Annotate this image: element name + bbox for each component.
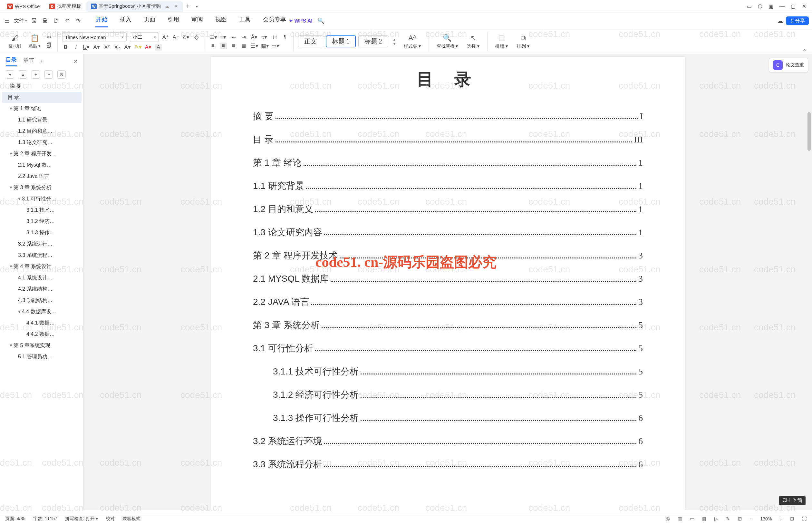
borders-icon[interactable]: ▦▾: [261, 43, 268, 49]
format-brush-button[interactable]: 🖌格式刷: [6, 34, 23, 49]
outline-add-button[interactable]: +: [32, 70, 40, 79]
italic-icon[interactable]: I: [72, 44, 80, 51]
tab-wps-home[interactable]: W WPS Office: [3, 1, 44, 12]
menu-视图[interactable]: 视图: [215, 14, 228, 28]
print-preview-icon[interactable]: 🗋: [52, 17, 60, 24]
justify-icon[interactable]: ≣: [241, 43, 247, 49]
outline-settings-button[interactable]: ⊙: [57, 70, 66, 79]
view-read-icon[interactable]: ▭: [690, 516, 694, 522]
paper-check-button[interactable]: C 论文查重: [769, 58, 808, 72]
file-menu[interactable]: 文件▾: [14, 18, 27, 24]
shading-icon[interactable]: ▭▾: [271, 43, 278, 49]
collapse-ribbon-icon[interactable]: ⌃: [802, 48, 808, 55]
zoom-in-icon[interactable]: +: [779, 516, 782, 521]
toc-item[interactable]: 目 录: [2, 92, 82, 103]
arrange-button[interactable]: ⧉排列 ▾: [514, 34, 533, 49]
style-gallery-more-icon[interactable]: ▴▾: [391, 37, 398, 46]
sort-icon[interactable]: ↓↑: [271, 34, 278, 40]
zoom-out-icon[interactable]: −: [750, 516, 753, 521]
toc-item[interactable]: 3.1.3 操作…: [0, 227, 83, 239]
window-layout-icon[interactable]: ▭: [744, 3, 755, 9]
toc-item[interactable]: 3.3 系统流程…: [0, 250, 83, 261]
zoom-level[interactable]: 130%: [760, 516, 772, 521]
text-direction-icon[interactable]: Ă▾: [251, 34, 258, 40]
toc-item[interactable]: 3.1.2 经济…: [0, 216, 83, 227]
toc-item[interactable]: ▾第 4 章 系统设计: [0, 261, 83, 272]
wps-ai-button[interactable]: ✦ WPS AI: [289, 18, 313, 24]
view-web-icon[interactable]: ▦: [702, 516, 707, 522]
font-size-select[interactable]: 小二 ▾: [130, 32, 159, 42]
window-minimize-icon[interactable]: —: [777, 3, 788, 9]
toc-item[interactable]: 2.2 Java 语言: [0, 171, 83, 182]
menu-审阅[interactable]: 审阅: [191, 14, 204, 28]
menu-开始[interactable]: 开始: [95, 14, 108, 28]
distributed-icon[interactable]: ☰▾: [251, 43, 258, 49]
view-focus-icon[interactable]: ◎: [666, 516, 670, 522]
outline-close-icon[interactable]: ✕: [73, 58, 78, 64]
fullscreen-icon[interactable]: ⛶: [802, 516, 807, 521]
vertical-scrollbar[interactable]: [807, 109, 811, 497]
toc-item[interactable]: ▾第 5 章系统实现: [0, 340, 83, 351]
window-avatar-icon[interactable]: ▣: [766, 3, 777, 9]
toc-item[interactable]: 4.1 系统设计…: [0, 272, 83, 283]
align-center-icon[interactable]: ≡: [220, 43, 227, 49]
toc-item[interactable]: 摘 要: [0, 81, 83, 92]
outline-up-button[interactable]: ▴: [19, 70, 27, 79]
view-comment-icon[interactable]: ✎: [726, 516, 730, 522]
strikethrough-icon[interactable]: A▾: [93, 44, 100, 51]
superscript-icon[interactable]: X²: [103, 44, 111, 51]
cloud-sync-icon[interactable]: ☁: [776, 17, 784, 24]
menu-工具[interactable]: 工具: [238, 14, 251, 28]
toc-item[interactable]: 3.1.1 技术…: [0, 204, 83, 216]
numbering-icon[interactable]: ≡▾: [220, 34, 227, 40]
menu-页面[interactable]: 页面: [143, 14, 156, 28]
bullets-icon[interactable]: ☰▾: [210, 34, 217, 40]
zoom-fit-icon[interactable]: ⊡: [790, 516, 794, 522]
font-name-select[interactable]: Times New Roman ▾: [62, 32, 127, 42]
copy-icon[interactable]: 🗐: [46, 43, 53, 49]
new-tab-button[interactable]: +: [183, 3, 192, 10]
toc-item[interactable]: ▾4.4 数据库设…: [0, 306, 83, 317]
status-spellcheck[interactable]: 拼写检查: 打开 ▾: [65, 516, 98, 522]
search-icon[interactable]: 🔍: [317, 17, 325, 24]
toc-item[interactable]: 3.2 系统运行…: [0, 239, 83, 250]
char-shading-icon[interactable]: A: [155, 44, 162, 51]
toc-item[interactable]: 4.4.1 数据…: [0, 317, 83, 329]
document-canvas[interactable]: 目 录 摘 要I目 录III第 1 章 绪论11.1 研究背景11.2 目的和意…: [84, 54, 812, 510]
tab-docer-templates[interactable]: D 找稻壳模板: [45, 1, 86, 12]
increase-indent-icon[interactable]: ⇥: [241, 34, 247, 40]
redo-icon[interactable]: ↷: [74, 17, 82, 24]
tab-chapter[interactable]: 章节: [23, 57, 34, 66]
show-marks-icon[interactable]: ¶: [282, 34, 289, 40]
style-heading2[interactable]: 标题 2: [358, 35, 388, 47]
decrease-indent-icon[interactable]: ⇤: [230, 34, 237, 40]
toc-item[interactable]: 1.1 研究背景: [0, 114, 83, 126]
menu-会员专享[interactable]: 会员专享: [262, 14, 287, 28]
tab-close-icon[interactable]: ✕: [174, 3, 178, 9]
highlight-icon[interactable]: ✎▾: [134, 44, 142, 51]
cut-icon[interactable]: ✂: [46, 34, 53, 40]
toc-item[interactable]: 1.2 目的和意…: [0, 126, 83, 137]
clear-format-icon[interactable]: ◇: [193, 34, 200, 40]
bold-icon[interactable]: B: [62, 44, 69, 51]
align-left-icon[interactable]: ≡: [210, 43, 217, 49]
status-compat[interactable]: 兼容模式: [122, 516, 140, 522]
subscript-icon[interactable]: X₂: [114, 44, 121, 51]
shrink-font-icon[interactable]: A⁻: [172, 34, 180, 40]
toc-item[interactable]: ▾第 3 章 系统分析: [0, 182, 83, 193]
tab-dropdown-icon[interactable]: ▾: [192, 4, 201, 9]
tab-document[interactable]: W 基于Springboot的小区疫情购 ☁ ✕: [86, 1, 183, 12]
save-icon[interactable]: 🖫: [30, 17, 38, 24]
print-icon[interactable]: 🖶: [41, 17, 49, 24]
tab-toc[interactable]: 目录: [6, 56, 17, 66]
font-color-icon[interactable]: A▾: [145, 44, 152, 51]
share-button[interactable]: ⇪ 分享: [786, 16, 809, 25]
status-wordcount[interactable]: 字数: 11157: [33, 516, 57, 522]
select-button[interactable]: ↖选择 ▾: [464, 34, 483, 49]
find-replace-button[interactable]: 🔍查找替换 ▾: [433, 34, 461, 49]
underline-icon[interactable]: U▾: [83, 44, 90, 51]
status-page[interactable]: 页面: 4/35: [5, 516, 26, 522]
scrollbar-thumb[interactable]: [808, 112, 811, 151]
grow-font-icon[interactable]: A⁺: [162, 34, 169, 40]
window-apps-icon[interactable]: ⬡: [755, 3, 766, 9]
